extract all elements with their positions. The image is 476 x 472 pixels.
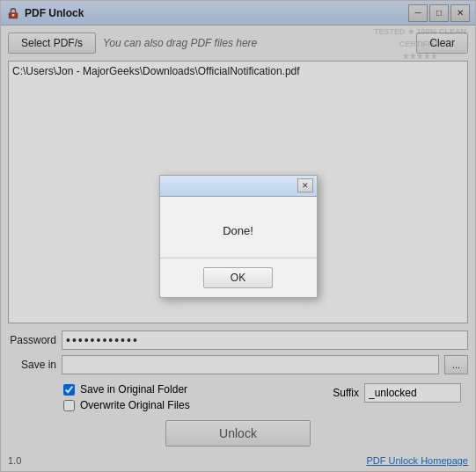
dialog-message: Done!: [223, 224, 253, 237]
dialog-body: Done!: [160, 197, 317, 258]
dialog-overlay: ✕ Done! OK: [1, 1, 475, 471]
dialog-title-bar: ✕: [160, 176, 317, 197]
main-window: PDF Unlock ─ □ ✕ TESTED ★ 100% CLEAN CER…: [0, 0, 476, 472]
dialog-buttons: OK: [160, 258, 317, 297]
dialog: ✕ Done! OK: [159, 175, 318, 298]
dialog-close-button[interactable]: ✕: [297, 178, 313, 192]
ok-button[interactable]: OK: [203, 267, 273, 288]
